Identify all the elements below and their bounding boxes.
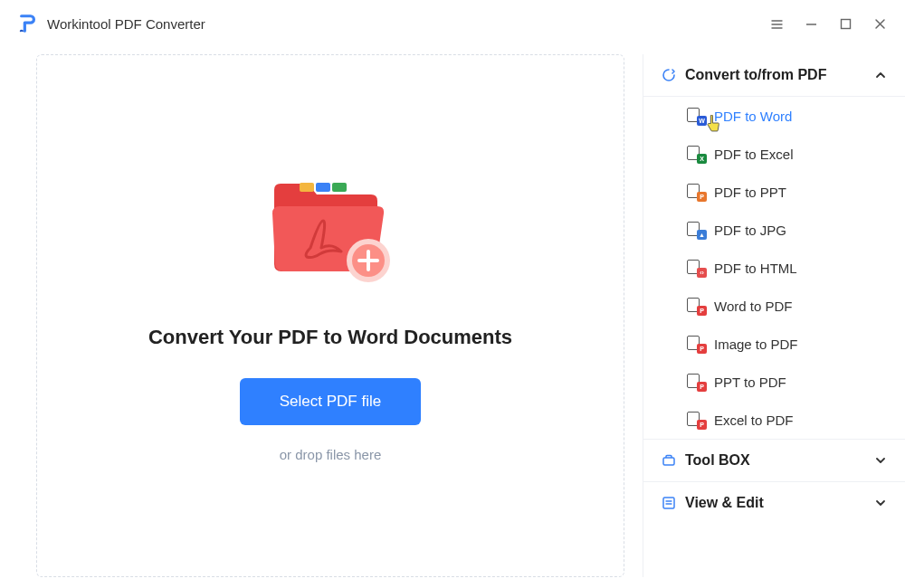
item-image-to-pdf[interactable]: P Image to PDF <box>643 325 905 363</box>
cursor-pointer-icon <box>707 115 720 132</box>
ppt-to-pdf-icon: P <box>687 374 703 390</box>
drop-hint: or drop files here <box>280 447 382 462</box>
pdf-to-excel-icon: X <box>687 146 703 162</box>
category-title: Convert to/from PDF <box>685 67 865 83</box>
pdf-to-html-icon: ‹› <box>687 260 703 276</box>
item-pdf-to-jpg[interactable]: ▲ PDF to JPG <box>643 211 905 249</box>
svg-rect-7 <box>663 498 674 508</box>
item-pdf-to-excel[interactable]: X PDF to Excel <box>643 135 905 173</box>
app-title: Workintool PDF Converter <box>47 16 205 32</box>
window-controls <box>769 16 887 31</box>
category-view-edit[interactable]: View & Edit <box>643 482 905 524</box>
item-label: PDF to Word <box>714 109 887 124</box>
main-heading: Convert Your PDF to Word Documents <box>148 326 512 349</box>
category-convert[interactable]: Convert to/from PDF <box>643 54 905 97</box>
toolbox-icon <box>662 453 676 468</box>
item-word-to-pdf[interactable]: P Word to PDF <box>643 287 905 325</box>
svg-rect-2 <box>316 183 330 192</box>
convert-list: W PDF to Word X PDF to Excel P PDF to PP… <box>643 97 905 440</box>
item-label: Image to PDF <box>714 337 887 352</box>
pdf-to-ppt-icon: P <box>687 184 703 200</box>
item-label: PPT to PDF <box>714 375 887 390</box>
excel-to-pdf-icon: P <box>687 412 703 428</box>
item-ppt-to-pdf[interactable]: P PPT to PDF <box>643 363 905 401</box>
svg-rect-6 <box>663 458 674 465</box>
chevron-down-icon <box>874 497 887 509</box>
item-pdf-to-ppt[interactable]: P PDF to PPT <box>643 173 905 211</box>
close-button[interactable] <box>872 16 887 31</box>
item-label: PDF to JPG <box>714 223 887 238</box>
item-label: PDF to Excel <box>714 147 887 162</box>
minimize-button[interactable] <box>804 16 818 31</box>
item-label: PDF to HTML <box>714 261 887 276</box>
svg-rect-1 <box>300 183 314 192</box>
item-label: Word to PDF <box>714 299 887 314</box>
word-to-pdf-icon: P <box>687 298 703 314</box>
svg-rect-0 <box>841 19 850 28</box>
item-excel-to-pdf[interactable]: P Excel to PDF <box>643 401 905 439</box>
logo-icon <box>18 14 38 33</box>
app-logo: Workintool PDF Converter <box>18 14 205 33</box>
menu-button[interactable] <box>769 16 784 31</box>
category-title: Tool BOX <box>685 452 865 469</box>
item-pdf-to-html[interactable]: ‹› PDF to HTML <box>643 249 905 287</box>
maximize-button[interactable] <box>838 16 853 31</box>
item-label: Excel to PDF <box>714 413 887 428</box>
select-pdf-button[interactable]: Select PDF file <box>240 378 421 425</box>
category-toolbox[interactable]: Tool BOX <box>643 440 905 482</box>
chevron-up-icon <box>874 69 887 81</box>
drop-area[interactable]: Convert Your PDF to Word Documents Selec… <box>36 54 624 577</box>
convert-icon <box>662 68 676 82</box>
sidebar: Convert to/from PDF W PDF to Word X PDF … <box>643 54 905 577</box>
folder-illustration <box>258 170 403 297</box>
titlebar: Workintool PDF Converter <box>0 0 905 43</box>
pdf-to-jpg-icon: ▲ <box>687 222 703 238</box>
chevron-down-icon <box>874 454 887 467</box>
svg-rect-3 <box>332 183 347 192</box>
image-to-pdf-icon: P <box>687 336 703 352</box>
view-edit-icon <box>662 496 676 510</box>
item-pdf-to-word[interactable]: W PDF to Word <box>643 97 905 135</box>
pdf-to-word-icon: W <box>687 108 703 124</box>
item-label: PDF to PPT <box>714 185 887 200</box>
category-title: View & Edit <box>685 495 865 511</box>
